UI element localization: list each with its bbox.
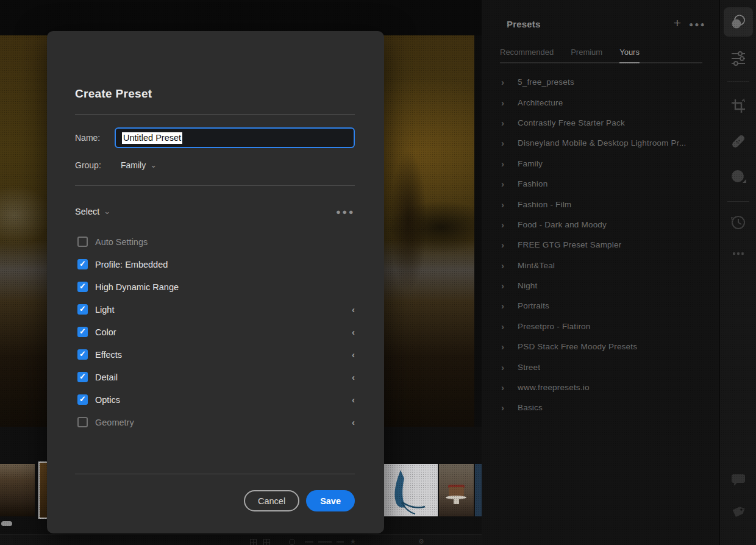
filmstrip-thumbnail[interactable] [475, 464, 482, 516]
chevron-right-icon[interactable]: › [501, 159, 508, 169]
plus-icon[interactable]: + [671, 17, 684, 30]
chevron-left-icon[interactable]: ‹ [352, 349, 355, 360]
chevron-right-icon[interactable]: › [501, 98, 508, 108]
chevron-right-icon[interactable]: › [501, 362, 508, 372]
chat-glyph [730, 471, 747, 488]
checkbox[interactable] [77, 282, 88, 292]
rating-star-icon[interactable]: ★ [350, 538, 356, 545]
chevron-right-icon[interactable]: › [501, 138, 508, 148]
preset-group-row[interactable]: › 5_free_presets [482, 72, 719, 92]
ellipsis-icon[interactable]: ●●● [689, 20, 706, 29]
preset-group-row[interactable]: › Night [482, 276, 719, 296]
preset-group-label: Mint&Teal [518, 261, 555, 270]
checkbox[interactable] [77, 304, 88, 315]
presets-icon[interactable] [724, 7, 753, 37]
setting-row[interactable]: Profile: Embedded ‹ [77, 253, 355, 276]
setting-row[interactable]: Auto Settings ‹ [77, 230, 355, 253]
filter-circle-icon[interactable] [289, 539, 295, 545]
preset-name-input[interactable]: Untitled Preset [115, 127, 355, 148]
chevron-left-icon[interactable]: ‹ [352, 394, 355, 405]
cake-body [449, 487, 464, 496]
filmstrip-thumbnail[interactable] [439, 464, 474, 516]
preset-group-row[interactable]: › Street [482, 357, 719, 377]
checkbox[interactable] [77, 417, 88, 427]
setting-row[interactable]: Detail ‹ [77, 366, 355, 388]
preset-group-row[interactable]: › www.freepresets.io [482, 377, 719, 397]
masking-icon[interactable] [724, 162, 753, 191]
chevron-down-icon[interactable]: ⌄ [104, 207, 110, 216]
checkbox[interactable] [77, 237, 88, 247]
setting-row[interactable]: Light ‹ [77, 298, 355, 321]
chevron-right-icon[interactable]: › [501, 301, 508, 311]
setting-row[interactable]: Optics ‹ [77, 388, 355, 411]
settings-checklist: Auto Settings ‹ Profile: Embedded ‹ High… [77, 230, 355, 433]
checkbox[interactable] [77, 327, 88, 337]
more-icon[interactable] [724, 239, 753, 268]
checkbox[interactable] [77, 259, 88, 269]
peek-circle-icon[interactable] [724, 534, 753, 545]
setting-row[interactable]: Effects ‹ [77, 343, 355, 366]
presets-tab[interactable]: Yours [619, 48, 640, 57]
checkbox[interactable] [77, 394, 88, 405]
preset-group-row[interactable]: › Architecture [482, 92, 719, 112]
filmstrip-thumbnail[interactable] [383, 464, 438, 516]
ellipsis-icon[interactable]: ●●● [336, 207, 355, 216]
group-dropdown[interactable]: Family [121, 160, 146, 170]
square-grid-icon[interactable] [263, 539, 270, 545]
cancel-button[interactable]: Cancel [244, 490, 299, 511]
chevron-right-icon[interactable]: › [501, 341, 508, 352]
edit-sliders-icon[interactable] [724, 44, 753, 73]
setting-row[interactable]: Color ‹ [77, 321, 355, 343]
chevron-right-icon[interactable]: › [501, 280, 508, 291]
healing-icon[interactable] [724, 127, 753, 156]
setting-row[interactable]: Geometry ‹ [77, 411, 355, 433]
filmstrip-scrollbar[interactable] [1, 521, 12, 526]
save-button[interactable]: Save [306, 490, 355, 511]
rail-divider [727, 201, 749, 202]
preset-group-row[interactable]: › Mint&Teal [482, 255, 719, 276]
chevron-left-icon[interactable]: ‹ [352, 304, 355, 315]
chevron-right-icon[interactable]: › [501, 219, 508, 230]
preset-group-label: Portraits [518, 301, 549, 310]
preset-group-row[interactable]: › Disneyland Mobile & Desktop Lightroom … [482, 133, 719, 153]
photo-grid-icon[interactable] [250, 539, 257, 545]
checkbox[interactable] [77, 372, 88, 382]
chat-icon[interactable] [724, 465, 753, 494]
chevron-left-icon[interactable]: ‹ [352, 327, 355, 337]
more-glyph [730, 245, 747, 262]
chevron-right-icon[interactable]: › [501, 260, 508, 271]
chevron-right-icon[interactable]: › [501, 199, 508, 210]
setting-label: Detail [95, 372, 118, 382]
preset-group-row[interactable]: › Fashion [482, 174, 719, 194]
cake-stand [454, 499, 459, 504]
preset-group-row[interactable]: › Portraits [482, 296, 719, 316]
chevron-down-icon[interactable]: ⌄ [150, 160, 157, 169]
preset-group-row[interactable]: › Fashion - Film [482, 194, 719, 214]
select-dropdown[interactable]: Select [75, 207, 99, 216]
chevron-right-icon[interactable]: › [501, 321, 508, 332]
preset-group-row[interactable]: › FREE GTG Preset Sampler [482, 235, 719, 255]
chevron-left-icon[interactable]: ‹ [352, 372, 355, 382]
chevron-right-icon[interactable]: › [501, 77, 508, 87]
preset-group-row[interactable]: › Basics [482, 397, 719, 418]
versions-icon[interactable] [724, 208, 753, 237]
chevron-right-icon[interactable]: › [501, 118, 508, 128]
chevron-right-icon[interactable]: › [501, 240, 508, 250]
preset-group-row[interactable]: › Contrastly Free Starter Pack [482, 113, 719, 133]
tag-icon[interactable] [724, 499, 753, 528]
preset-group-row[interactable]: › PSD Stack Free Moody Presets [482, 337, 719, 357]
settings-gear-icon[interactable]: ⚙ [418, 538, 424, 545]
filmstrip-thumbnail[interactable] [0, 464, 35, 516]
setting-row[interactable]: High Dynamic Range ‹ [77, 276, 355, 298]
chevron-right-icon[interactable]: › [501, 179, 508, 189]
chevron-left-icon[interactable]: ‹ [352, 417, 355, 427]
checkbox[interactable] [77, 349, 88, 360]
chevron-right-icon[interactable]: › [501, 382, 508, 393]
presets-tab[interactable]: Recommended [500, 48, 554, 57]
preset-group-row[interactable]: › Presetpro - Flatiron [482, 316, 719, 337]
preset-group-row[interactable]: › Food - Dark and Moody [482, 215, 719, 235]
presets-tab[interactable]: Premium [571, 48, 602, 57]
crop-icon[interactable] [724, 91, 753, 121]
chevron-right-icon[interactable]: › [501, 402, 508, 413]
preset-group-row[interactable]: › Family [482, 154, 719, 174]
